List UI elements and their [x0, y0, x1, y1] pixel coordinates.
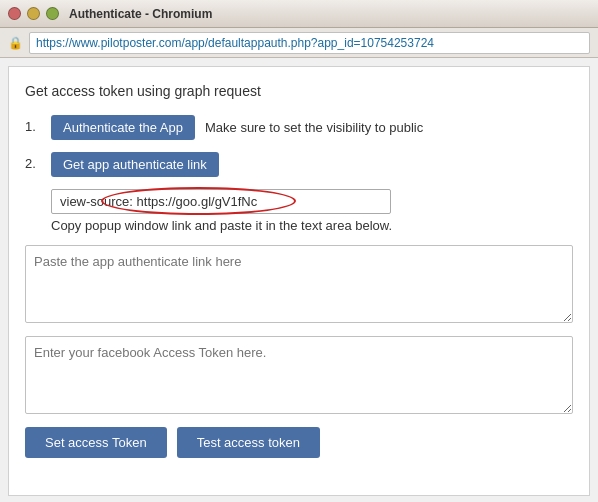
access-token-wrapper: [25, 336, 573, 417]
step-2: 2. Get app authenticate link: [25, 152, 573, 177]
copy-note: Copy popup window link and paste it in t…: [51, 218, 573, 233]
address-input[interactable]: https://www.pilotposter.com/app/defaulta…: [29, 32, 590, 54]
steps-list: 1. Authenticate the App Make sure to set…: [25, 115, 573, 177]
authenticate-link-wrapper: [25, 245, 573, 326]
page-title: Get access token using graph request: [25, 83, 573, 99]
bottom-buttons: Set access Token Test access token: [25, 427, 573, 458]
window-controls: [8, 7, 59, 20]
set-access-token-button[interactable]: Set access Token: [25, 427, 167, 458]
url-display-box: view-source: https://goo.gl/gV1fNc: [51, 189, 391, 214]
titlebar: Authenticate - Chromium: [0, 0, 598, 28]
main-content: Get access token using graph request 1. …: [8, 66, 590, 496]
step-1: 1. Authenticate the App Make sure to set…: [25, 115, 573, 140]
access-token-textarea[interactable]: [25, 336, 573, 414]
window-title: Authenticate - Chromium: [69, 7, 212, 21]
authenticate-app-button[interactable]: Authenticate the App: [51, 115, 195, 140]
lock-icon: 🔒: [8, 36, 23, 50]
maximize-button[interactable]: [46, 7, 59, 20]
step-1-number: 1.: [25, 115, 41, 134]
test-access-token-button[interactable]: Test access token: [177, 427, 320, 458]
get-app-authenticate-link-button[interactable]: Get app authenticate link: [51, 152, 219, 177]
minimize-button[interactable]: [27, 7, 40, 20]
close-button[interactable]: [8, 7, 21, 20]
authenticate-link-textarea[interactable]: [25, 245, 573, 323]
addressbar: 🔒 https://www.pilotposter.com/app/defaul…: [0, 28, 598, 58]
url-display-wrapper: view-source: https://goo.gl/gV1fNc: [51, 189, 391, 214]
step-2-number: 2.: [25, 152, 41, 171]
step-1-note: Make sure to set the visibility to publi…: [205, 115, 423, 135]
